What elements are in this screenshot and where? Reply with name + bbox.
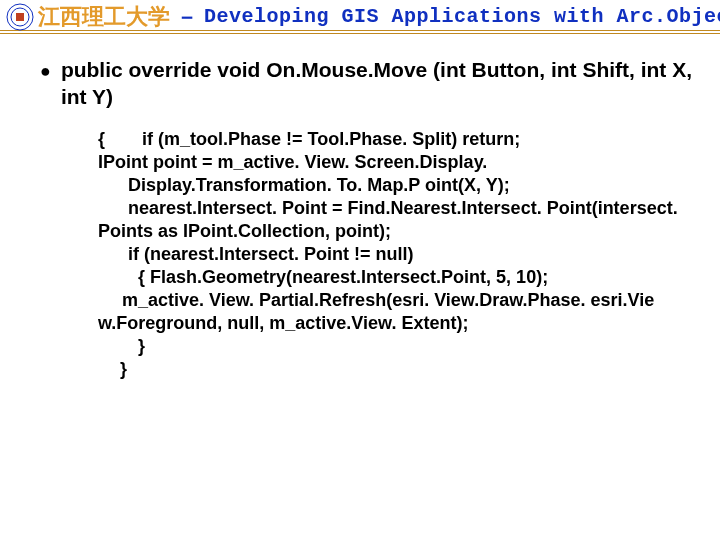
code-line: m_active. View. Partial.Refresh(esri. Vi… bbox=[98, 289, 688, 335]
open-brace: { bbox=[98, 128, 142, 151]
code-body: {if (m_tool.Phase != Tool.Phase. Split) … bbox=[98, 128, 688, 381]
code-line: { Flash.Geometry(nearest.Intersect.Point… bbox=[98, 266, 688, 289]
bullet-icon: ● bbox=[40, 58, 51, 84]
code-line: {if (m_tool.Phase != Tool.Phase. Split) … bbox=[98, 128, 688, 151]
svg-rect-2 bbox=[16, 13, 24, 21]
course-title: Developing GIS Applications with Arc.Obj… bbox=[204, 5, 720, 28]
method-signature: public override void On.Mouse.Move (int … bbox=[61, 56, 700, 110]
header-inner: 江西理工大学 － Developing GIS Applications wit… bbox=[0, 3, 720, 30]
code-line: } bbox=[98, 358, 688, 381]
bullet-item: ● public override void On.Mouse.Move (in… bbox=[40, 56, 700, 110]
university-logo-icon bbox=[6, 3, 34, 31]
code-line: } bbox=[98, 335, 688, 358]
slide-content: ● public override void On.Mouse.Move (in… bbox=[0, 34, 720, 381]
code-line: IPoint point = m_active. View. Screen.Di… bbox=[98, 151, 688, 197]
title-separator: － bbox=[176, 2, 198, 32]
slide-header: 江西理工大学 － Developing GIS Applications wit… bbox=[0, 0, 720, 34]
university-name: 江西理工大学 bbox=[38, 2, 170, 32]
code-text: if (m_tool.Phase != Tool.Phase. Split) r… bbox=[142, 129, 520, 149]
code-line: if (nearest.Intersect. Point != null) bbox=[98, 243, 688, 266]
code-line: nearest.Intersect. Point = Find.Nearest.… bbox=[98, 197, 688, 243]
